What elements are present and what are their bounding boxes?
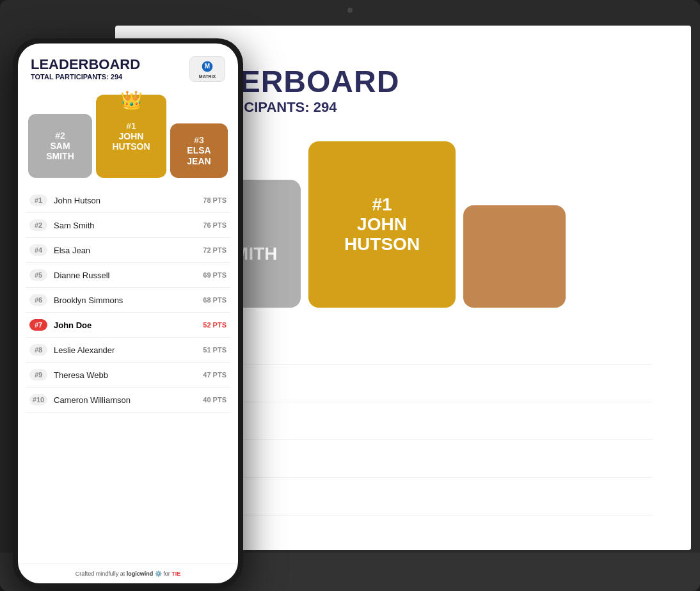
footer-tie: TIE	[171, 571, 180, 577]
phone-list-name: Elsa Jean	[54, 246, 203, 255]
phone-podium-rank3: #3 ELSAJEAN	[170, 123, 228, 178]
phone-rank-badge: #8	[29, 344, 47, 356]
phone-list-name: Sam Smith	[54, 221, 203, 230]
phone-list-name: Brooklyn Simmons	[54, 296, 203, 305]
phone-rank2-name: SAMSMITH	[44, 141, 77, 161]
phone-list-item: #6Brooklyn Simmons68 PTS	[26, 288, 230, 313]
phone-footer: Crafted mindfully at logicwind ⚙️ for TI…	[18, 563, 238, 583]
phone-screen: LEADERBOARD TOTAL PARTICIPANTS: 294 M MA…	[18, 43, 238, 583]
phone-rank1-label: #1	[126, 121, 136, 131]
svg-text:M: M	[205, 63, 210, 70]
phone-leaderboard-title: LEADERBOARD	[31, 56, 140, 73]
phone-list-name: John Doe	[54, 320, 203, 330]
phone-list-pts: 51 PTS	[203, 346, 227, 354]
footer-icon: ⚙️	[155, 571, 162, 577]
phone-list-pts: 68 PTS	[203, 296, 227, 304]
phone-rank-badge: #9	[29, 369, 47, 381]
phone-list-item: #5Dianne Russell69 PTS	[26, 263, 230, 288]
phone-list-pts: 78 PTS	[203, 196, 227, 204]
phone-list-item: #8Leslie Alexander51 PTS	[26, 338, 230, 363]
phone-rank3-name: ELSAJEAN	[184, 145, 213, 166]
matrix-text: MATRIX	[199, 74, 216, 79]
phone-list-name: Dianne Russell	[54, 271, 203, 280]
phone-list-name: Theresa Webb	[54, 370, 203, 380]
phone-rank-badge: #10	[29, 394, 47, 406]
phone-title-group: LEADERBOARD TOTAL PARTICIPANTS: 294	[31, 56, 140, 81]
phone-rank-badge: #7	[29, 319, 47, 331]
phone-list-item: #10Cameron Williamson40 PTS	[26, 388, 230, 413]
phone-podium-rank2: #2 SAMSMITH	[28, 114, 92, 178]
desktop-podium-rank1: #1 JOHNHUTSON	[308, 141, 456, 308]
phone-list-item: #1John Hutson78 PTS	[26, 188, 230, 213]
phone-rank-badge: #6	[29, 294, 47, 306]
phone-list-pts: 72 PTS	[203, 246, 227, 254]
phone-podium: #2 SAMSMITH 👑 #1 JOHNHUTSON #3 ELSAJEAN	[18, 88, 238, 178]
phone-rank3-label: #3	[194, 135, 204, 145]
laptop-camera	[347, 8, 353, 13]
phone-list-pts: 40 PTS	[203, 396, 227, 404]
phone-header: LEADERBOARD TOTAL PARTICIPANTS: 294 M MA…	[18, 43, 238, 88]
crown-emoji: 👑	[120, 90, 143, 111]
phone-list-item: #7John Doe52 PTS	[26, 313, 230, 338]
phone-mockup: LEADERBOARD TOTAL PARTICIPANTS: 294 M MA…	[13, 38, 243, 588]
desktop-rank1-name: JOHNHUTSON	[338, 215, 426, 255]
phone-leaderboard-list: #1John Hutson78 PTS#2Sam Smith76 PTS#4El…	[18, 183, 238, 563]
phone-list-pts: 76 PTS	[203, 221, 227, 229]
phone-list-name: Leslie Alexander	[54, 345, 203, 355]
phone-rank-badge: #4	[29, 244, 47, 256]
footer-brand: logicwind	[127, 571, 154, 577]
phone-list-pts: 47 PTS	[203, 371, 227, 379]
phone-list-pts: 52 PTS	[203, 321, 227, 329]
phone-participants: TOTAL PARTICIPANTS: 294	[31, 73, 140, 81]
footer-text: Crafted mindfully at	[76, 571, 127, 577]
footer-for: for	[163, 571, 171, 577]
desktop-podium-rank3	[463, 205, 566, 308]
phone-list-pts: 69 PTS	[203, 271, 227, 279]
desktop-rank1-label: #1	[372, 194, 392, 215]
phone-rank-badge: #1	[29, 194, 47, 206]
phone-podium-rank1: 👑 #1 JOHNHUTSON	[96, 95, 166, 178]
phone-rank-badge: #5	[29, 269, 47, 281]
phone-rank-badge: #2	[29, 219, 47, 231]
phone-rank2-label: #2	[55, 130, 65, 141]
matrix-logo: M MATRIX	[189, 56, 225, 82]
phone-list-item: #2Sam Smith76 PTS	[26, 213, 230, 238]
phone-rank1-name: JOHNHUTSON	[109, 131, 152, 152]
phone-list-item: #9Theresa Webb47 PTS	[26, 363, 230, 388]
phone-list-name: Cameron Williamson	[54, 395, 203, 405]
phone-list-item: #4Elsa Jean72 PTS	[26, 238, 230, 263]
matrix-icon: M	[201, 60, 214, 73]
phone-list-name: John Hutson	[54, 196, 203, 205]
